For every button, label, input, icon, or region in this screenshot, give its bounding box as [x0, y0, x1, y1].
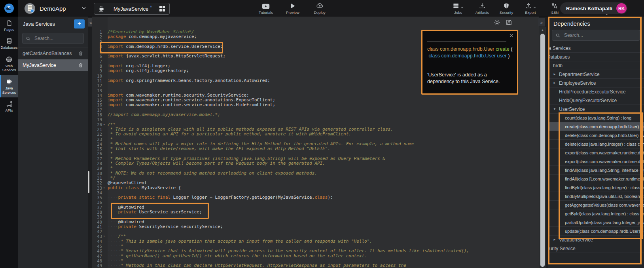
services-search-input[interactable]: [34, 35, 80, 42]
method-item-findall[interactable]: findAll(class java.lang.String, interfac…: [548, 166, 644, 175]
fold-icon[interactable]: ▾: [102, 234, 106, 239]
save-button[interactable]: [506, 19, 512, 26]
rail-item-web-services[interactable]: Web Services: [0, 53, 18, 75]
tree-item-security-service[interactable]: Security Service: [548, 244, 644, 253]
fold-icon[interactable]: ▾: [102, 122, 106, 127]
code-line: 18//import com.demoapp.myjavaservice.mod…: [92, 112, 539, 117]
avatar: RK: [616, 3, 627, 13]
trash-icon[interactable]: [78, 51, 83, 56]
method-item-delete[interactable]: delete(class java.lang.Integer) : class …: [548, 140, 644, 148]
tree-item-hrdbqueryexecutorservice[interactable]: HrdbQueryExecutorService: [548, 96, 644, 105]
tool-security[interactable]: Security: [498, 2, 515, 15]
method-item-getaggregatedvalues[interactable]: getAggregatedValues(class com.wavemak: [548, 201, 644, 209]
method-item-findall[interactable]: findAll(class [Lcom.wavemaker.runtime.da…: [548, 175, 644, 183]
method-item-findbyid[interactable]: findById(class java.lang.Integer) : clas…: [548, 183, 644, 192]
code-text: * that starts with delete/remove, will m…: [106, 146, 330, 151]
tool-tutorials[interactable]: Tutorials: [257, 2, 275, 15]
services-scrollbar[interactable]: [88, 171, 89, 193]
fold-icon[interactable]: ▾: [102, 186, 106, 190]
scroll-up-icon[interactable]: ▲: [539, 27, 546, 31]
user-menu[interactable]: Ramesh Kothapalli RK: [560, 2, 627, 14]
dependencies-tree: Java ServicesDatabaseshrdb►DepartmentSer…: [548, 44, 644, 253]
line-number: 47: [92, 254, 102, 258]
rail-item-java-services[interactable]: Java Services: [0, 75, 18, 97]
youtube-icon: [262, 2, 270, 10]
line-number: 31: [92, 176, 102, 181]
code-text: * Complex Types/Objects will become part…: [106, 161, 325, 166]
tree-item-hrdbprocedureexecutorservice[interactable]: HrdbProcedureExecutorService: [548, 87, 644, 96]
tree-item-employeeservice[interactable]: ►EmployeeService: [548, 79, 644, 87]
tree-item-hrdb[interactable]: hrdb: [548, 61, 644, 70]
tree-item-label: VacationService: [559, 237, 593, 243]
fold-gutter: [102, 224, 106, 229]
code-line: 25 * that starts with delete/remove, wil…: [92, 146, 539, 151]
tool-deploy[interactable]: Deploy: [311, 2, 328, 15]
service-tab-group: MyJavaService *: [94, 3, 170, 15]
fold-gutter: [102, 176, 106, 181]
method-item-export[interactable]: export(class com.wavemaker.runtime.data: [548, 148, 644, 157]
add-service-button[interactable]: +: [74, 19, 85, 29]
tree-item-label: partialUpdate(class java.lang.Integer, j…: [565, 220, 644, 225]
tree-item-userservice[interactable]: ▼UserService: [548, 105, 644, 114]
wavemaker-logo[interactable]: [0, 0, 18, 17]
expand-panel-button[interactable]: »: [538, 18, 545, 27]
play-icon: [290, 2, 296, 10]
chevron-down-icon[interactable]: [81, 5, 87, 11]
tree-item-vacationservice[interactable]: ►VacationService: [548, 236, 644, 244]
close-icon[interactable]: ×: [509, 32, 513, 39]
tree-item-label: create(class com.demoapp.hrdb.User) : cl…: [565, 124, 644, 129]
rail-item-pages[interactable]: Pages: [0, 17, 18, 34]
line-number: 36: [92, 200, 102, 205]
fold-gutter: [102, 181, 106, 185]
chevron-collapsed-icon[interactable]: ►: [553, 81, 559, 85]
tool-preview[interactable]: Preview: [284, 2, 301, 15]
code-text: ····private SecurityService securityServ…: [106, 224, 223, 229]
export-icon: [525, 2, 536, 10]
tree-item-departmentservice[interactable]: ►DepartmentService: [548, 70, 644, 79]
chevron-collapsed-icon[interactable]: ►: [553, 72, 559, 76]
fold-gutter: [102, 254, 106, 258]
rail-item-databases[interactable]: Databases: [0, 34, 18, 52]
fold-gutter: [102, 249, 106, 253]
line-number: 16: [92, 103, 102, 107]
fold-gutter: [102, 64, 106, 68]
rail-item-label: Java Services: [0, 86, 18, 95]
chevron-collapsed-icon[interactable]: ►: [553, 238, 559, 241]
tool-jobs[interactable]: Jobs: [449, 2, 467, 15]
fold-gutter: [102, 146, 106, 151]
line-number: 21: [92, 127, 102, 132]
service-grid-button[interactable]: [155, 3, 169, 14]
line-number: 25: [92, 146, 102, 151]
method-item-export[interactable]: export(class com.wavemaker.runtime.data: [548, 157, 644, 166]
trash-icon[interactable]: [78, 63, 83, 68]
scrollbar-thumb[interactable]: [540, 34, 545, 267]
service-item-MyJavaService[interactable]: MyJavaService: [18, 59, 88, 71]
chevron-expanded-icon[interactable]: ▼: [553, 107, 559, 111]
dependencies-search-input[interactable]: [563, 32, 636, 38]
tree-item-label: Java Services: [548, 46, 571, 51]
project-switcher[interactable]: DemoApp: [25, 0, 66, 17]
line-number: 1: [92, 30, 102, 34]
tool-export[interactable]: Export: [522, 2, 539, 15]
service-item-getCardsAndBalances[interactable]: getCardsAndBalances: [18, 47, 88, 59]
fold-gutter: [102, 205, 106, 210]
tree-item-databases[interactable]: Databases: [548, 53, 644, 61]
rail-item-apis[interactable]: APIs: [0, 97, 18, 115]
method-item-update[interactable]: update(class com.demoapp.hrdb.User) : cl: [548, 227, 644, 236]
tool-artifacts[interactable]: Artifacts: [474, 2, 491, 15]
wavemaker-logo-icon: [4, 3, 15, 14]
method-item-delete[interactable]: delete(class com.demoapp.hrdb.User) : vo…: [548, 131, 644, 140]
method-item-count[interactable]: count(class java.lang.String) : long: [548, 114, 644, 122]
method-item-getbyid[interactable]: getById(class java.lang.Integer) : class…: [548, 209, 644, 218]
editor-settings-button[interactable]: [494, 19, 500, 26]
fold-gutter: [102, 83, 106, 88]
editor-scrollbar[interactable]: ▲: [539, 27, 546, 268]
rail-item-label: Databases: [0, 46, 17, 49]
tree-item-java-services[interactable]: Java Services: [548, 44, 644, 53]
method-item-create[interactable]: create(class com.demoapp.hrdb.User) : cl…: [548, 122, 644, 131]
tab-myjavaservice[interactable]: MyJavaService *: [109, 3, 155, 14]
method-item-partialupdate[interactable]: partialUpdate(class java.lang.Integer, j…: [548, 218, 644, 227]
line-number: 43: [92, 234, 102, 239]
fold-gutter: [102, 112, 106, 117]
method-item-findbymultipleids[interactable]: findByMultipleIds(java.util.List, boolea…: [548, 192, 644, 201]
